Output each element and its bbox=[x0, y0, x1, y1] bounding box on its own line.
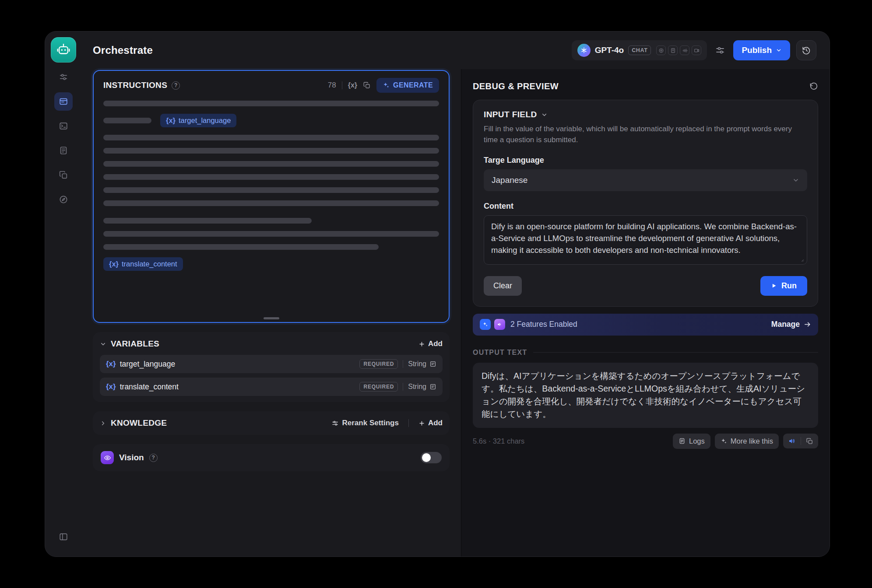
audio-capability-icon bbox=[680, 46, 689, 55]
speaker-button[interactable] bbox=[783, 434, 801, 448]
panel-collapse-icon bbox=[59, 532, 68, 542]
divider bbox=[403, 360, 403, 368]
variable-chip-label: target_language bbox=[179, 116, 231, 125]
sidebar bbox=[45, 32, 81, 556]
required-badge: REQUIRED bbox=[359, 382, 398, 392]
logs-button[interactable]: Logs bbox=[673, 434, 710, 449]
add-knowledge-button[interactable]: Add bbox=[418, 419, 443, 427]
variable-chip-target-language[interactable]: {x} target_language bbox=[160, 114, 236, 127]
instructions-title: INSTRUCTIONS bbox=[103, 80, 167, 90]
instructions-toolbar: 78 {x} bbox=[328, 78, 439, 93]
variables-header[interactable]: VARIABLES Add bbox=[100, 334, 443, 354]
sidebar-item-tools[interactable] bbox=[54, 68, 73, 86]
sidebar-item-terminal[interactable] bbox=[54, 117, 73, 135]
resize-drag-handle[interactable] bbox=[264, 317, 279, 319]
skeleton-line bbox=[103, 200, 439, 206]
content-textarea[interactable]: Dify is an open-source platform for buil… bbox=[484, 215, 807, 264]
output-text-header: OUTPUT TEXT bbox=[473, 349, 818, 357]
variable-brace-icon: {x} bbox=[106, 360, 116, 368]
run-button[interactable]: Run bbox=[760, 276, 807, 296]
sidebar-item-logs[interactable] bbox=[54, 141, 73, 160]
variable-chip-translate-content[interactable]: {x} translate_content bbox=[103, 257, 183, 271]
main-area: Orchestrate GPT-4o CHAT bbox=[81, 32, 830, 556]
knowledge-section: KNOWLEDGE Rerank Settings bbox=[93, 411, 450, 435]
skeleton-row: {x} translate_content bbox=[103, 257, 439, 271]
openai-logo-icon bbox=[577, 44, 591, 57]
sparkle-icon bbox=[721, 438, 727, 444]
chevron-down-icon bbox=[792, 177, 799, 184]
rerank-settings-button[interactable]: Rerank Settings bbox=[331, 419, 399, 427]
instructions-editor[interactable]: INSTRUCTIONS ? 78 {x} bbox=[93, 70, 450, 323]
generate-button[interactable]: GENERATE bbox=[376, 78, 439, 93]
eye-icon bbox=[101, 451, 114, 464]
sidebar-collapse-button[interactable] bbox=[54, 528, 73, 546]
sliders-icon bbox=[59, 72, 68, 82]
variable-row[interactable]: {x} translate_content REQUIRED String bbox=[100, 378, 443, 396]
features-banner: 2 Features Enabled Manage bbox=[473, 314, 818, 336]
model-selector[interactable]: GPT-4o CHAT bbox=[572, 40, 707, 60]
more-like-this-button[interactable]: More like this bbox=[715, 434, 779, 449]
char-count: 78 bbox=[328, 81, 336, 90]
model-name: GPT-4o bbox=[595, 46, 624, 55]
resize-corner-icon[interactable] bbox=[799, 257, 804, 262]
model-capabilities bbox=[656, 46, 701, 55]
history-button[interactable] bbox=[796, 40, 816, 60]
skeleton-line bbox=[103, 135, 439, 140]
generate-label: GENERATE bbox=[393, 81, 433, 89]
help-icon[interactable]: ? bbox=[172, 81, 180, 90]
text-box-icon[interactable] bbox=[429, 383, 436, 390]
clear-button[interactable]: Clear bbox=[484, 276, 522, 296]
copy-prompt-icon[interactable] bbox=[363, 81, 371, 89]
copy-icon bbox=[59, 170, 68, 180]
sidebar-item-orchestrate[interactable] bbox=[54, 92, 73, 111]
debug-pane: DEBUG & PREVIEW INPUT FIELD bbox=[461, 69, 830, 556]
variable-type-label: String bbox=[408, 360, 426, 368]
sidebar-item-annotations[interactable] bbox=[54, 166, 73, 184]
skeleton-line bbox=[103, 174, 439, 180]
variable-row[interactable]: {x} target_language REQUIRED String bbox=[100, 355, 443, 373]
variable-meta: REQUIRED String bbox=[359, 359, 436, 369]
input-field-header[interactable]: INPUT FIELD bbox=[484, 110, 807, 119]
document-capability-icon bbox=[668, 46, 678, 55]
add-label: Add bbox=[428, 419, 443, 427]
vision-toggle[interactable] bbox=[421, 452, 442, 463]
publish-button[interactable]: Publish bbox=[733, 40, 790, 60]
app-avatar[interactable] bbox=[51, 37, 76, 63]
insert-variable-icon[interactable]: {x} bbox=[348, 81, 357, 89]
divider bbox=[533, 352, 818, 353]
text-box-icon[interactable] bbox=[429, 360, 436, 368]
skeleton-line bbox=[103, 101, 439, 106]
divider bbox=[342, 81, 342, 89]
add-variable-button[interactable]: Add bbox=[418, 340, 443, 348]
rerank-label: Rerank Settings bbox=[342, 419, 399, 427]
reset-conversation-icon[interactable] bbox=[809, 82, 818, 91]
prompt-skeleton: {x} target_language bbox=[103, 101, 439, 271]
variable-type: String bbox=[408, 360, 436, 368]
model-tuning-button[interactable] bbox=[713, 45, 727, 56]
skeleton-line bbox=[103, 231, 439, 237]
required-badge: REQUIRED bbox=[359, 359, 398, 369]
sidebar-item-monitoring[interactable] bbox=[54, 190, 73, 209]
debug-title: DEBUG & PREVIEW bbox=[473, 81, 559, 91]
copy-output-button[interactable] bbox=[801, 434, 818, 448]
add-label: Add bbox=[428, 340, 443, 348]
window-layout-icon bbox=[59, 97, 68, 106]
page: Orchestrate GPT-4o CHAT bbox=[0, 0, 872, 588]
features-enabled-label: 2 Features Enabled bbox=[510, 320, 577, 329]
input-field-description: Fill in the value of the variable, which… bbox=[484, 124, 807, 145]
audio-actions-group bbox=[783, 434, 818, 448]
language-select[interactable]: Japanese bbox=[484, 169, 807, 191]
variable-name: translate_content bbox=[120, 382, 179, 392]
help-icon[interactable]: ? bbox=[149, 454, 158, 462]
manage-features-button[interactable]: Manage bbox=[771, 320, 811, 329]
arrow-right-icon bbox=[804, 321, 811, 328]
tts-feature-icon bbox=[494, 319, 505, 330]
variable-type-label: String bbox=[408, 383, 426, 391]
skeleton-line bbox=[103, 218, 312, 224]
knowledge-header[interactable]: KNOWLEDGE Rerank Settings bbox=[100, 413, 443, 433]
skeleton-line bbox=[103, 148, 439, 154]
output-actions: Logs More like this bbox=[673, 434, 818, 449]
logs-label: Logs bbox=[689, 437, 705, 445]
top-bar: Orchestrate GPT-4o CHAT bbox=[81, 32, 830, 69]
sparkle-icon bbox=[383, 82, 390, 89]
